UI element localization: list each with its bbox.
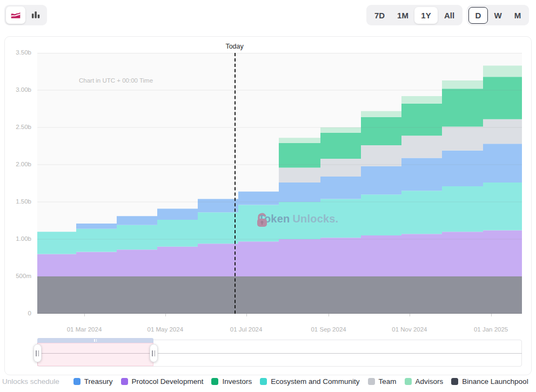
x-axis-label: 01 May 2024 (148, 326, 184, 333)
today-marker-line (234, 53, 236, 314)
interval-button-D[interactable]: D (468, 7, 488, 24)
legend-label: Advisors (416, 377, 444, 386)
utc-note: Chart in UTC + 00:00 Time (79, 77, 153, 84)
x-axis-label: 01 Jan 2025 (474, 326, 508, 333)
y-axis-label: 1.50b (5, 198, 31, 205)
x-axis-label: 01 Sep 2024 (311, 326, 346, 333)
x-axis-tick (165, 314, 166, 316)
y-axis-label: 0 (5, 310, 31, 316)
bar-chart-button[interactable] (26, 6, 46, 24)
x-axis-tick (246, 314, 247, 316)
range-button-1Y[interactable]: 1Y (414, 7, 438, 24)
today-label: Today (225, 43, 243, 50)
y-axis-label: 500m (5, 273, 31, 279)
y-axis-label: 2.50b (5, 124, 31, 130)
legend-swatch-icon (368, 378, 375, 385)
legend-label: Protocol Development (132, 377, 204, 386)
y-axis-label: 1.00b (5, 235, 31, 242)
x-axis-label: 01 Jul 2024 (230, 326, 262, 333)
bar-chart-icon (30, 9, 41, 22)
interval-selector: DWM (467, 5, 529, 25)
legend-label: Treasury (84, 377, 113, 386)
unlock-schedule-chart[interactable]: Chart in UTC + 00:00 Time TokenUnlocks. (37, 53, 522, 314)
range-button-All[interactable]: All (438, 7, 461, 24)
legend-label: Ecosystem and Community (271, 377, 359, 386)
y-axis-label: 3.50b (5, 49, 31, 56)
x-axis-tick (410, 314, 410, 316)
range-button-1M[interactable]: 1M (391, 7, 414, 24)
brush-handle-left[interactable] (34, 344, 42, 362)
x-axis-tick (491, 314, 492, 316)
x-axis-label: 01 Nov 2024 (392, 326, 427, 333)
legend-item-investors[interactable]: Investors (211, 377, 252, 386)
legend-item-advisors[interactable]: Advisors (405, 377, 444, 386)
legend-swatch-icon (260, 378, 267, 385)
legend-swatch-icon (451, 378, 458, 385)
brush-selection[interactable] (37, 343, 153, 366)
legend-swatch-icon (211, 378, 218, 385)
range-button-7D[interactable]: 7D (368, 7, 391, 24)
legend-item-treasury[interactable]: Treasury (73, 377, 113, 386)
legend-title: Unlocks schedule (2, 377, 59, 386)
stacked-area-plot (37, 53, 522, 314)
area-series-binance-launchpool (37, 276, 522, 314)
token-unlocks-app: 7D1M1YAll DWM Chart in UTC + 00:00 Time … (0, 0, 536, 392)
legend-label: Investors (222, 377, 252, 386)
area-chart-button[interactable] (6, 6, 25, 24)
legend-label: Team (379, 377, 397, 386)
legend-swatch-icon (405, 378, 412, 385)
legend-item-binance-launchpool[interactable]: Binance Launchpool (451, 377, 528, 386)
legend-items: TreasuryProtocol DevelopmentInvestorsEco… (73, 377, 528, 386)
legend: Unlocks schedule TreasuryProtocol Develo… (2, 377, 528, 386)
interval-button-W[interactable]: W (488, 7, 508, 24)
chart-type-toggle (4, 5, 47, 25)
legend-swatch-icon (73, 378, 81, 385)
y-axis-label: 3.00b (5, 86, 31, 93)
interval-button-M[interactable]: M (508, 7, 527, 24)
range-selector: 7D1M1YAll (366, 5, 463, 25)
brush-handle-right[interactable] (150, 344, 158, 362)
brush-top-grip-icon[interactable] (93, 339, 97, 342)
legend-item-protocol-development[interactable]: Protocol Development (121, 377, 204, 386)
y-axis-label: 2.00b (5, 161, 31, 167)
legend-item-team[interactable]: Team (368, 377, 397, 386)
legend-item-ecosystem-and-community[interactable]: Ecosystem and Community (260, 377, 359, 386)
area-chart-icon (10, 9, 21, 22)
x-axis-label: 01 Mar 2024 (67, 326, 102, 333)
chart-card: Chart in UTC + 00:00 Time TokenUnlocks. … (4, 36, 532, 375)
legend-swatch-icon (121, 378, 128, 385)
x-axis-tick (84, 314, 85, 316)
legend-label: Binance Launchpool (462, 377, 528, 386)
x-axis-tick (329, 314, 329, 316)
